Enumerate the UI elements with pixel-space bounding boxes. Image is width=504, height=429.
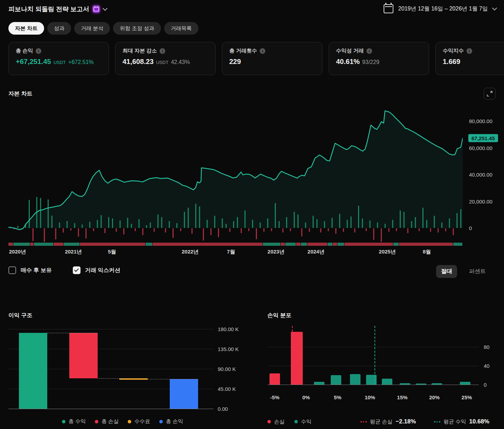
legend-label: 평균 수익 <box>443 419 466 425</box>
histogram-x-tick: 5% <box>334 394 342 400</box>
info-icon[interactable]: i <box>260 48 265 54</box>
avg-profit-line <box>374 326 375 385</box>
stat-label-text: 최대 자본 감소 <box>122 48 157 54</box>
histogram-bar-2 <box>314 382 324 385</box>
stat-extra: 93/229 <box>362 59 379 65</box>
profit-structure-chart: 180.00 K135.00 K90.00 K45.00 K0.00 <box>8 325 239 411</box>
histogram-x-tick: -5% <box>270 394 280 400</box>
waterfall-connector <box>47 333 98 333</box>
legend-dot-icon <box>95 420 98 423</box>
stat-value: +67,251.45 <box>16 58 51 66</box>
legend-item: 총 수익 <box>62 418 86 425</box>
date-range-text: 2019년 12월 16일 – 2026년 1월 7일 <box>398 5 488 13</box>
equity-x-tick: 2020년 <box>9 249 26 255</box>
percent-mode-button[interactable]: 퍼센트 <box>464 265 491 278</box>
waterfall-bar-1 <box>69 333 98 378</box>
avg-loss-line <box>292 326 293 385</box>
legend-item: 수수료 <box>128 418 150 425</box>
equity-x-tick: 2025년 <box>379 249 396 255</box>
legend-item: 수익 <box>294 419 312 425</box>
tab-4[interactable]: 거래목록 <box>164 22 198 35</box>
histogram-y-tick: 80 <box>484 344 490 350</box>
stat-unit: USDT <box>54 60 66 65</box>
stat-value-row: 229 <box>229 58 315 66</box>
checkbox-checked-icon[interactable] <box>73 266 80 274</box>
absolute-mode-button[interactable]: 절대 <box>436 265 457 278</box>
stat-value: 40.61% <box>336 58 360 66</box>
expand-chart-button[interactable] <box>484 88 496 100</box>
equity-x-tick: 2022년 <box>182 249 198 255</box>
legend-item: 총 손익 <box>159 418 183 425</box>
histogram-bar-6 <box>382 379 392 385</box>
stat-card-1: 최대 자본 감소i41,608.23USDT42.43% <box>115 42 216 75</box>
tab-3[interactable]: 위험 조정 성과 <box>113 22 161 35</box>
equity-x-tick: 7월 <box>227 249 235 255</box>
stat-value-row: +67,251.45USDT+672.51% <box>16 58 102 66</box>
equity-x-tick: 8월 <box>423 249 431 255</box>
legend-dot-icon <box>128 420 131 423</box>
equity-x-tick: 2024년 <box>308 249 324 255</box>
stat-card-3: 수익성 거래i40.61%93/229 <box>329 42 429 75</box>
chart-controls: 매수 후 보유 거래 익스커션 절대 퍼센트 <box>8 266 496 277</box>
tab-0[interactable]: 자본 차트 <box>8 22 44 35</box>
loss-segment <box>54 243 63 246</box>
report-tabs: 자본 차트성과거래 분석위험 조정 성과거래목록 <box>8 22 198 35</box>
checkbox-unchecked-icon[interactable] <box>8 266 16 274</box>
info-icon[interactable]: i <box>366 48 372 54</box>
waterfall-y-tick: 45.00 K <box>218 386 236 392</box>
loss-segment <box>8 243 13 246</box>
profit-structure-title: 이익 구조 <box>8 312 32 319</box>
title-chevron-down-icon[interactable] <box>103 6 107 11</box>
info-icon[interactable]: i <box>36 48 41 54</box>
histogram-bar-10 <box>460 382 470 385</box>
equity-x-tick: 2021년 <box>65 249 82 255</box>
win-loss-strip <box>8 243 463 246</box>
stat-label-text: 총 거래횟수 <box>229 48 257 54</box>
strategy-report-page: 피보나치 되돌림 전략 보고서 2019년 12월 16일 – 2026년 1월… <box>0 0 504 429</box>
histogram-x-tick: 15% <box>397 394 407 400</box>
stat-cards: 총 손익i+67,251.45USDT+672.51%최대 자본 감소i41,6… <box>8 42 504 75</box>
legend-value: −2.18% <box>396 418 416 425</box>
legend-value: 10.68% <box>469 418 489 425</box>
stat-label: 총 거래횟수i <box>229 48 315 54</box>
pnl-distribution-legend: 손실수익평균 손실−2.18%평균 수익10.68% <box>267 418 489 425</box>
info-icon[interactable]: i <box>160 48 165 54</box>
stat-label-text: 수익성 거래 <box>336 48 364 54</box>
trade-execution-label: 거래 익스커션 <box>85 267 120 274</box>
equity-y-tick: 40,000.00 <box>469 172 492 178</box>
win-segment <box>64 243 79 246</box>
legend-dot-icon <box>294 420 298 423</box>
histogram-x-tick: 25% <box>462 394 472 400</box>
tab-2[interactable]: 거래 분석 <box>74 22 110 35</box>
legend-item: 총 손실 <box>95 418 119 425</box>
report-header: 피보나치 되돌림 전략 보고서 <box>8 5 107 13</box>
stat-value-row: 41,608.23USDT42.43% <box>122 58 208 66</box>
stat-card-2: 총 거래횟수i229 <box>222 42 322 75</box>
last-value-badge: 67,251.45 <box>468 134 498 142</box>
date-chevron-down-icon[interactable] <box>492 6 497 10</box>
histogram-x-tick: 0% <box>302 394 310 400</box>
legend-dot-icon <box>159 420 163 423</box>
legend-label: 총 수익 <box>69 418 86 425</box>
win-segment <box>285 243 296 246</box>
equity-y-tick: 20,000.00 <box>469 198 492 204</box>
waterfall-y-tick: 135.00 K <box>218 346 239 352</box>
tab-1[interactable]: 성과 <box>47 22 71 35</box>
trade-execution-checkbox[interactable]: 거래 익스커션 <box>73 266 120 274</box>
win-segment <box>337 243 344 246</box>
loss-segment <box>307 243 327 246</box>
legend-label: 총 손익 <box>166 418 183 425</box>
legend-label: 손실 <box>274 419 285 425</box>
expand-icon <box>487 91 492 96</box>
win-segment <box>263 243 280 246</box>
info-icon[interactable]: i <box>467 48 472 54</box>
stat-value-row: 1.669 <box>443 58 504 66</box>
loss-segment <box>333 243 337 246</box>
waterfall-gridline <box>8 409 214 409</box>
stat-value: 41,608.23 <box>122 58 154 66</box>
waterfall-y-tick: 90.00 K <box>218 366 236 372</box>
date-range-picker[interactable]: 2019년 12월 16일 – 2026년 1월 7일 <box>384 4 496 13</box>
pnl-distribution-title: 손익 분포 <box>267 312 291 319</box>
buy-and-hold-checkbox[interactable]: 매수 후 보유 <box>8 266 52 274</box>
equity-y-tick: 80,000.00 <box>469 118 492 124</box>
